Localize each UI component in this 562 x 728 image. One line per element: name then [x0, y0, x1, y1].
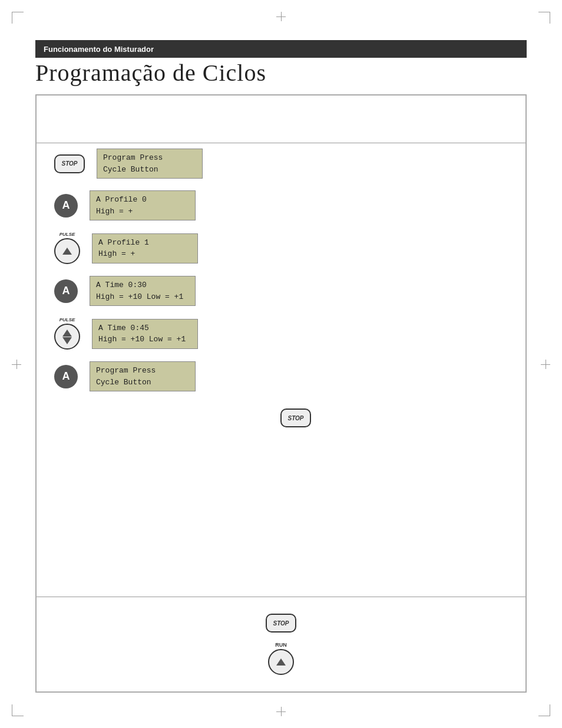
arrow-down-icon [62, 337, 72, 344]
lcd-screen-4: A Time 0:30 High = +10 Low = +1 [90, 276, 196, 306]
lcd-line2-2: High = + [96, 206, 189, 218]
step-row-6: A Program Press Cycle Button [37, 355, 525, 397]
header-bar: Funcionamento do Misturador [35, 40, 527, 58]
lcd-line2-3: High = + [98, 248, 191, 260]
corner-mark-br [538, 704, 550, 716]
lcd-screen-3: A Profile 1 High = + [92, 233, 198, 263]
a-button-3[interactable]: A [54, 365, 78, 388]
lcd-line1-1: Program Press [103, 152, 196, 164]
lcd-line1-2: A Profile 0 [96, 194, 189, 206]
main-content-box: STOP Program Press Cycle Button A A Prof… [35, 94, 527, 693]
corner-mark-bl [12, 704, 24, 716]
crosshair-bottom [276, 707, 286, 716]
step-row-2: A A Profile 0 High = + [37, 185, 525, 226]
lcd-line1-3: A Profile 1 [98, 237, 191, 249]
stop-label-1: STOP [61, 160, 77, 167]
lcd-line2-5: High = +10 Low = +1 [98, 334, 191, 345]
lcd-line1-4: A Time 0:30 [96, 279, 189, 291]
step-row-1: STOP Program Press Cycle Button [37, 143, 525, 185]
step-row-3: PULSE A Profile 1 High = + [37, 226, 525, 270]
header-title: Funcionamento do Misturador [44, 45, 154, 54]
run-button[interactable] [268, 649, 294, 675]
pulse-updown-button[interactable] [54, 324, 80, 350]
pulse-up-button[interactable] [54, 238, 80, 264]
a-button-2[interactable]: A [54, 279, 78, 303]
stop-button-2[interactable]: STOP [280, 409, 311, 427]
lcd-line2-6: Cycle Button [96, 377, 189, 388]
lcd-line1-6: Program Press [96, 365, 189, 377]
crosshair-top [276, 12, 286, 21]
a-label-1: A [62, 199, 70, 212]
page-title: Programação de Ciclos [35, 59, 266, 87]
run-label: RUN [275, 642, 287, 648]
crosshair-left [12, 360, 21, 369]
steps-area: STOP Program Press Cycle Button A A Prof… [37, 143, 525, 597]
step-row-5: PULSE A Time 0:45 High = +10 Low = +1 [37, 312, 525, 355]
lcd-screen-2: A Profile 0 High = + [90, 190, 196, 220]
lcd-line2-4: High = +10 Low = +1 [96, 291, 189, 303]
crosshair-right [541, 360, 550, 369]
step-row-7: STOP [37, 397, 525, 439]
a-label-2: A [62, 285, 70, 297]
lcd-screen-5: A Time 0:45 High = +10 Low = +1 [92, 319, 198, 349]
arrow-up-icon-2 [62, 330, 72, 337]
lcd-screen-1: Program Press Cycle Button [97, 149, 203, 179]
pulse-label-2: PULSE [59, 318, 75, 322]
corner-mark-tr [538, 12, 550, 24]
corner-mark-tl [12, 12, 24, 24]
stop-label-2: STOP [287, 415, 303, 421]
step-row-4: A A Time 0:30 High = +10 Low = +1 [37, 270, 525, 312]
a-label-3: A [62, 370, 70, 383]
stop-button-3[interactable]: STOP [266, 614, 296, 633]
stop-label-3: STOP [273, 620, 289, 627]
pulse-label-1: PULSE [59, 232, 75, 237]
arrow-up-icon [62, 248, 72, 255]
lcd-line1-5: A Time 0:45 [98, 322, 191, 334]
run-arrow-up-icon [276, 658, 286, 666]
bottom-area: STOP RUN [37, 597, 525, 691]
stop-button-1[interactable]: STOP [54, 154, 85, 173]
top-space [37, 95, 525, 143]
lcd-line2-1: Cycle Button [103, 164, 196, 176]
a-button-1[interactable]: A [54, 194, 78, 218]
lcd-screen-6: Program Press Cycle Button [90, 361, 196, 391]
